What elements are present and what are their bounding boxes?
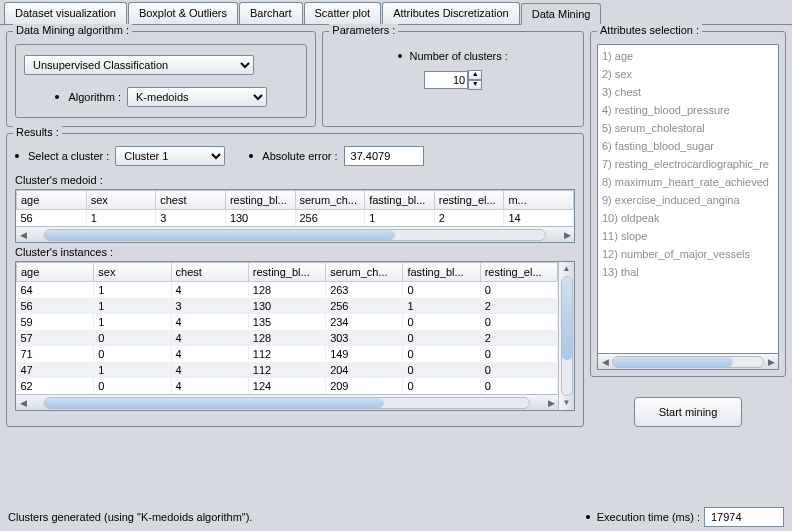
algorithm-group-label: Data Mining algorithm :	[13, 24, 132, 36]
attributes-list[interactable]: 1) age2) sex3) chest4) resting_blood_pre…	[597, 44, 779, 354]
column-header[interactable]: chest	[156, 191, 226, 210]
attribute-item[interactable]: 13) thal	[600, 263, 776, 281]
scroll-left-icon[interactable]: ◀	[16, 398, 30, 408]
attributes-group-label: Attributes selection :	[597, 24, 702, 36]
parameters-group-label: Parameters :	[329, 24, 398, 36]
scroll-right-icon[interactable]: ▶	[544, 398, 558, 408]
table-row[interactable]: 471411220400	[17, 362, 558, 378]
tab-attributes-discretization[interactable]: Attributes Discretization	[382, 2, 520, 24]
bullet-icon	[15, 154, 19, 158]
bullet-icon	[249, 154, 253, 158]
scroll-down-icon[interactable]: ▼	[563, 396, 571, 410]
spinner-up[interactable]: ▲	[468, 70, 482, 80]
nclusters-spinner: ▲ ▼	[339, 70, 567, 90]
column-header[interactable]: age	[17, 263, 94, 282]
nclusters-label: Number of clusters :	[409, 50, 507, 62]
classification-select[interactable]: Unsupervised Classification	[24, 55, 254, 75]
column-header[interactable]: m...	[504, 191, 574, 210]
column-header[interactable]: resting_el...	[480, 263, 557, 282]
instances-label: Cluster's instances :	[15, 246, 575, 258]
attribute-item[interactable]: 1) age	[600, 47, 776, 65]
spinner-down[interactable]: ▼	[468, 80, 482, 90]
attribute-item[interactable]: 5) serum_cholestoral	[600, 119, 776, 137]
absolute-error-label: Absolute error :	[262, 150, 337, 162]
attribute-item[interactable]: 12) number_of_major_vessels	[600, 245, 776, 263]
cluster-select[interactable]: Cluster 1	[115, 146, 225, 166]
attribute-item[interactable]: 2) sex	[600, 65, 776, 83]
column-header[interactable]: fasting_bl...	[403, 263, 480, 282]
horizontal-scrollbar[interactable]: ◀ ▶	[597, 354, 779, 370]
footer: Clusters generated (using "K-medoids alg…	[8, 507, 784, 527]
tab-barchart[interactable]: Barchart	[239, 2, 303, 24]
column-header[interactable]: resting_el...	[434, 191, 504, 210]
medoid-label: Cluster's medoid :	[15, 174, 575, 186]
status-text: Clusters generated (using "K-medoids alg…	[8, 511, 252, 523]
execution-time-field[interactable]	[704, 507, 784, 527]
bullet-icon	[398, 54, 402, 58]
column-header[interactable]: serum_ch...	[326, 263, 403, 282]
table-row: 56131302561214	[17, 210, 574, 227]
results-group-label: Results :	[13, 126, 62, 138]
table-row[interactable]: 620412420900	[17, 378, 558, 394]
attribute-item[interactable]: 6) fasting_blood_sugar	[600, 137, 776, 155]
tab-dataset-visualization[interactable]: Dataset visualization	[4, 2, 127, 24]
column-header[interactable]: serum_ch...	[295, 191, 365, 210]
horizontal-scrollbar[interactable]: ◀ ▶	[16, 226, 574, 242]
algorithm-group: Data Mining algorithm : Unsupervised Cla…	[6, 31, 316, 127]
attribute-item[interactable]: 9) exercise_induced_angina	[600, 191, 776, 209]
column-header[interactable]: resting_bl...	[248, 263, 325, 282]
start-mining-button[interactable]: Start mining	[634, 397, 743, 427]
scroll-right-icon[interactable]: ▶	[560, 230, 574, 240]
column-header[interactable]: chest	[171, 263, 248, 282]
attributes-group: Attributes selection : 1) age2) sex3) ch…	[590, 31, 786, 377]
scroll-left-icon[interactable]: ◀	[598, 357, 612, 367]
table-row[interactable]: 570412830302	[17, 330, 558, 346]
algorithm-select[interactable]: K-medoids	[127, 87, 267, 107]
table-row[interactable]: 710411214900	[17, 346, 558, 362]
scroll-up-icon[interactable]: ▲	[563, 262, 571, 276]
horizontal-scrollbar[interactable]: ◀ ▶	[16, 394, 558, 410]
column-header[interactable]: age	[17, 191, 87, 210]
attribute-item[interactable]: 10) oldpeak	[600, 209, 776, 227]
absolute-error-field[interactable]	[344, 146, 424, 166]
column-header[interactable]: sex	[86, 191, 156, 210]
attribute-item[interactable]: 7) resting_electrocardiographic_re	[600, 155, 776, 173]
algorithm-box: Unsupervised Classification Algorithm : …	[15, 44, 307, 118]
attribute-item[interactable]: 3) chest	[600, 83, 776, 101]
instances-table-container: agesexchestresting_bl...serum_ch...fasti…	[15, 261, 575, 411]
scroll-right-icon[interactable]: ▶	[764, 357, 778, 367]
parameters-group: Parameters : Number of clusters : ▲ ▼	[322, 31, 584, 127]
execution-time-label: Execution time (ms) :	[597, 511, 700, 523]
attribute-item[interactable]: 11) slope	[600, 227, 776, 245]
column-header[interactable]: resting_bl...	[225, 191, 295, 210]
medoid-table: agesexchestresting_bl...serum_ch...fasti…	[15, 189, 575, 243]
tab-bar: Dataset visualizationBoxplot & OutliersB…	[0, 0, 792, 25]
select-cluster-label: Select a cluster :	[28, 150, 109, 162]
scroll-left-icon[interactable]: ◀	[16, 230, 30, 240]
results-group: Results : Select a cluster : Cluster 1 A…	[6, 133, 584, 427]
attribute-item[interactable]: 8) maximum_heart_rate_achieved	[600, 173, 776, 191]
attribute-item[interactable]: 4) resting_blood_pressure	[600, 101, 776, 119]
nclusters-input[interactable]	[424, 71, 468, 89]
table-row[interactable]: 641412826300	[17, 282, 558, 299]
bullet-icon	[55, 95, 59, 99]
tab-boxplot-outliers[interactable]: Boxplot & Outliers	[128, 2, 238, 24]
column-header[interactable]: sex	[94, 263, 171, 282]
table-row[interactable]: 591413523400	[17, 314, 558, 330]
bullet-icon	[586, 515, 590, 519]
tab-scatter-plot[interactable]: Scatter plot	[304, 2, 382, 24]
column-header[interactable]: fasting_bl...	[365, 191, 435, 210]
algorithm-label: Algorithm :	[68, 91, 121, 103]
table-row[interactable]: 561313025612	[17, 298, 558, 314]
tab-data-mining[interactable]: Data Mining	[521, 3, 602, 25]
vertical-scrollbar[interactable]: ▲ ▼	[558, 262, 574, 410]
